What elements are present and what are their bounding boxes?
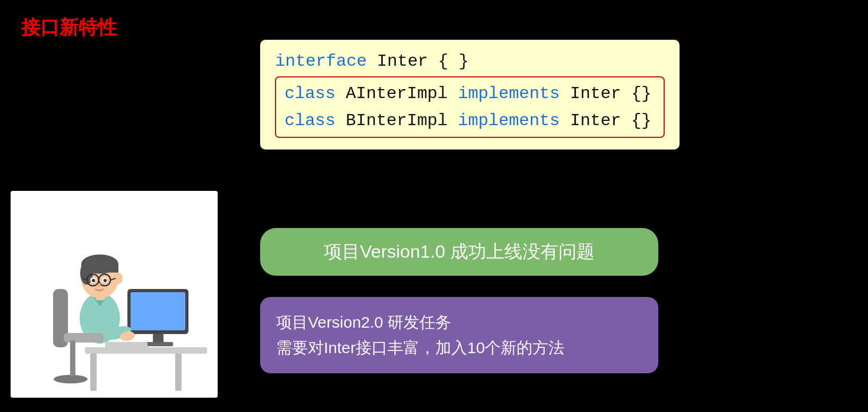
svg-rect-7	[143, 342, 173, 346]
code-inner-box: class AInterImpl implements Inter {} cla…	[275, 76, 665, 138]
code-line-2: class AInterImpl implements Inter {}	[285, 84, 655, 103]
keyword-interface: interface	[275, 51, 367, 71]
svg-point-32	[54, 375, 88, 383]
purple-line2: 需要对Inter接口丰富，加入10个新的方法	[276, 339, 564, 356]
svg-point-30	[98, 283, 101, 287]
keyword-class-1: class	[285, 84, 336, 103]
green-banner: 项目Version1.0 成功上线没有问题	[260, 228, 658, 276]
svg-rect-2	[175, 354, 182, 391]
class-name-1: AInterImpl	[336, 84, 458, 103]
svg-point-29	[104, 279, 107, 282]
page-title: 接口新特性	[21, 15, 117, 41]
class-name-2: BInterImpl	[336, 111, 458, 130]
code-line-3: class BInterImpl implements Inter {}	[285, 111, 655, 130]
cartoon-figure-area	[11, 191, 218, 398]
svg-rect-3	[90, 354, 97, 391]
code-line2-rest: Inter {}	[560, 84, 651, 103]
svg-rect-31	[64, 333, 104, 343]
purple-banner: 项目Version2.0 研发任务 需要对Inter接口丰富，加入10个新的方法	[260, 297, 658, 373]
code-line1-rest: Inter { }	[367, 51, 469, 71]
purple-line1: 项目Version2.0 研发任务	[276, 313, 451, 331]
code-line-1: interface Inter { }	[275, 51, 665, 71]
keyword-implements-1: implements	[458, 84, 560, 103]
code-block: interface Inter { } class AInterImpl imp…	[260, 40, 680, 150]
keyword-implements-2: implements	[458, 111, 560, 130]
svg-rect-8	[105, 342, 148, 348]
cartoon-figure-svg	[11, 191, 218, 398]
svg-rect-5	[131, 292, 185, 330]
purple-banner-text: 项目Version2.0 研发任务 需要对Inter接口丰富，加入10个新的方法	[276, 310, 642, 361]
green-banner-text: 项目Version1.0 成功上线没有问题	[324, 241, 595, 261]
code-line3-rest: Inter {}	[560, 111, 651, 130]
keyword-class-2: class	[285, 111, 336, 130]
svg-rect-33	[70, 340, 75, 376]
svg-point-28	[92, 279, 95, 282]
